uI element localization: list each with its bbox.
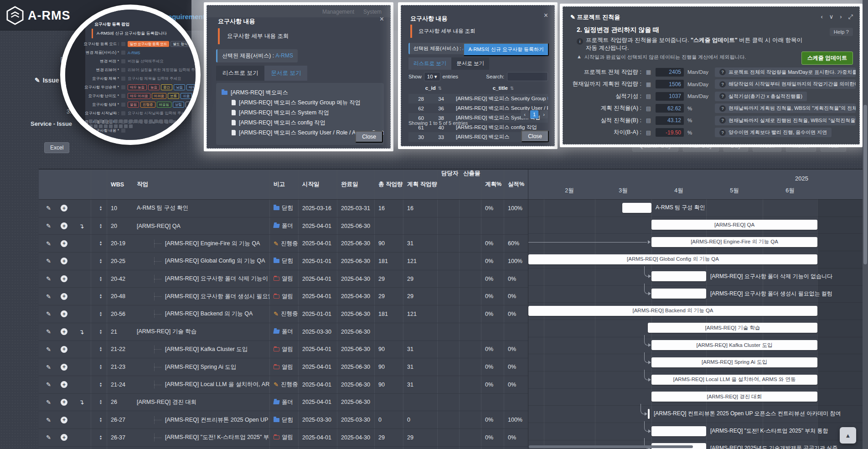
- tab-doc-view[interactable]: 문서로 보기: [264, 66, 307, 81]
- row-reorder-handle[interactable]: ▲▼: [91, 305, 107, 323]
- row-reorder-handle[interactable]: ▲▼: [91, 323, 107, 341]
- row-reorder-handle[interactable]: ▲▼: [91, 447, 107, 449]
- row-add-button[interactable]: +: [57, 275, 77, 282]
- editor-toolbar-button[interactable]: [129, 119, 133, 123]
- editor-toolbar-button[interactable]: [129, 124, 133, 128]
- register-requirement-button[interactable]: A-RMS의 신규 요구사항 등록하기: [463, 43, 549, 56]
- page-number-button[interactable]: 1: [530, 110, 538, 119]
- schedule-update-button[interactable]: 스케줄 업데이트: [801, 52, 853, 65]
- gantt-bar-20-25[interactable]: [ARMS-REQ] Global Config 의 기능 QA: [528, 254, 817, 264]
- row-indent-button[interactable]: ↴: [77, 328, 91, 335]
- editor-toolbar-button[interactable]: [164, 119, 168, 123]
- page-scrollbar[interactable]: [863, 0, 868, 449]
- editor-toolbar-button[interactable]: [124, 119, 128, 123]
- option-chip[interactable]: 어려움: [152, 93, 167, 99]
- option-chip[interactable]: 보통: [168, 93, 179, 99]
- cell-task[interactable]: [ARMS-REQ] Kafka Cluster 도입: [133, 346, 269, 353]
- row-edit-button[interactable]: ✎: [39, 222, 57, 229]
- row-edit-button[interactable]: ✎: [39, 346, 57, 353]
- metric-value-input[interactable]: 2405: [656, 68, 684, 77]
- gantt-bar-20-42[interactable]: [651, 271, 706, 281]
- col-header-cid[interactable]: c_id⇅: [408, 85, 459, 91]
- col-header-ctitle[interactable]: c_title⇅: [459, 85, 548, 91]
- cell-task[interactable]: [ARMS-REQ] "도전! K-스타트업 2025" 부처 …: [133, 434, 269, 441]
- editor-toolbar-button[interactable]: [119, 124, 123, 128]
- gantt-bar-21-23[interactable]: [ARMS-REQ] Spring Ai 도입: [651, 357, 817, 367]
- cell-task[interactable]: [ARMS-REQ] Engine-Fire 의 기능 QA: [133, 240, 269, 248]
- close-icon[interactable]: ×: [544, 12, 548, 19]
- row-reorder-handle[interactable]: ▲▼: [91, 288, 107, 305]
- row-add-button[interactable]: +: [57, 310, 77, 317]
- collapse-icon[interactable]: ∨: [829, 13, 834, 21]
- row-indent-button[interactable]: ↴: [77, 398, 91, 406]
- editor-toolbar-button[interactable]: [114, 124, 118, 128]
- row-add-button[interactable]: +: [57, 258, 77, 264]
- tab-issue[interactable]: ✎ Issue: [35, 77, 59, 84]
- cell-task[interactable]: [ARMS-REQ] 컨트리뷰톤 2025 Open UP 오픈…: [133, 416, 269, 424]
- editor-toolbar-button[interactable]: [159, 119, 163, 123]
- row-reorder-handle[interactable]: ▲▼: [91, 429, 107, 446]
- row-reorder-handle[interactable]: ▲▼: [91, 270, 107, 288]
- tab-list-view[interactable]: 리스트로 보기: [408, 57, 451, 70]
- option-chip[interactable]: 중간: [161, 84, 172, 90]
- editor-toolbar-button[interactable]: [139, 119, 143, 123]
- row-edit-button[interactable]: ✎: [39, 205, 57, 212]
- row-edit-button[interactable]: ✎: [39, 275, 57, 282]
- editor-toolbar-button[interactable]: [169, 119, 173, 123]
- row-add-button[interactable]: +: [57, 240, 77, 247]
- gantt-bar-21-24[interactable]: [ARMS-REQ] Local LLM 을 설치하여, ARMS 와 연동: [651, 375, 817, 385]
- gantt-bar-21[interactable]: [ARMS-REQ] 기술 학습: [648, 323, 817, 333]
- row-edit-button[interactable]: ✎: [39, 328, 57, 335]
- fullscreen-icon[interactable]: ⤢: [848, 13, 853, 21]
- row-edit-button[interactable]: ✎: [39, 293, 57, 300]
- editor-toolbar-button[interactable]: [99, 119, 103, 123]
- row-add-button[interactable]: +: [57, 381, 77, 388]
- cell-task[interactable]: [ARMS-REQ] 요구사항 폴더 삭제 기능이 없습…: [133, 275, 269, 283]
- row-reorder-handle[interactable]: ▲▼: [91, 376, 107, 393]
- cell-task[interactable]: [ARMS-REQ] QA: [133, 223, 269, 229]
- metric-value-input[interactable]: -19.50: [656, 128, 684, 137]
- excel-export-button[interactable]: Excel: [44, 142, 69, 153]
- editor-toolbar-button[interactable]: [149, 119, 153, 123]
- row-edit-button[interactable]: ✎: [39, 381, 57, 388]
- editor-toolbar-button[interactable]: [124, 124, 128, 128]
- option-chip[interactable]: 높음: [148, 84, 160, 90]
- metric-value-input[interactable]: 1506: [656, 80, 684, 88]
- row-reorder-handle[interactable]: ▲▼: [91, 394, 107, 411]
- next-icon[interactable]: ›: [840, 13, 842, 21]
- gantt-bar-20-19[interactable]: [ARMS-REQ] Engine-Fire 의 기능 QA: [651, 237, 817, 247]
- editor-toolbar-button[interactable]: [89, 119, 93, 123]
- gantt-bar-20[interactable]: [ARMS-REQ] QA: [651, 220, 817, 230]
- scroll-to-top-button[interactable]: ▲: [840, 427, 856, 444]
- field-placeholder[interactable]: 요구사항 제목을 입력해 주세요: [128, 76, 181, 82]
- page-prev-button[interactable]: ‹: [521, 110, 529, 119]
- editor-toolbar-button[interactable]: [119, 119, 123, 123]
- row-indent-button[interactable]: ↴: [77, 222, 91, 230]
- option-chip[interactable]: 해결됨: [157, 102, 172, 108]
- metric-value-input[interactable]: 43.12: [656, 116, 684, 125]
- row-reorder-handle[interactable]: ▲▼: [91, 253, 107, 270]
- row-edit-button[interactable]: ✎: [39, 399, 57, 406]
- option-chip[interactable]: 별도 형식으로 등록: [170, 41, 201, 47]
- tab-doc-view[interactable]: 문서로 보기: [451, 57, 489, 70]
- cell-task[interactable]: [ARMS-REQ] 요구사항 폴더 생성시 필요없는 …: [133, 293, 269, 300]
- editor-toolbar-button[interactable]: [114, 119, 118, 123]
- row-add-button[interactable]: +: [57, 222, 77, 229]
- row-reorder-handle[interactable]: ▲▼: [91, 411, 107, 428]
- editor-toolbar-button[interactable]: [144, 119, 148, 123]
- scrollbar-thumb[interactable]: [863, 105, 867, 264]
- row-add-button[interactable]: +: [57, 205, 77, 212]
- close-button[interactable]: Close: [355, 131, 383, 143]
- option-chip[interactable]: 기타: [186, 102, 197, 108]
- row-add-button[interactable]: +: [57, 328, 77, 335]
- list-table-row[interactable]: 2834[ARMS-REQ] 백오피스 Security Group 메뉴 작업: [408, 94, 548, 103]
- tree-doc-row[interactable]: [ARMS-REQ] 백오피스 config 작업: [232, 118, 378, 128]
- option-chip[interactable]: 매우 쉬움: [193, 93, 201, 99]
- row-add-button[interactable]: +: [57, 346, 77, 353]
- option-chip[interactable]: 매우 높음: [128, 84, 147, 90]
- row-add-button[interactable]: +: [57, 417, 77, 423]
- help-button[interactable]: Help ?: [830, 28, 853, 36]
- prev-icon[interactable]: ‹: [821, 13, 822, 21]
- editor-toolbar-button[interactable]: [109, 124, 113, 128]
- editor-toolbar-button[interactable]: [154, 119, 158, 123]
